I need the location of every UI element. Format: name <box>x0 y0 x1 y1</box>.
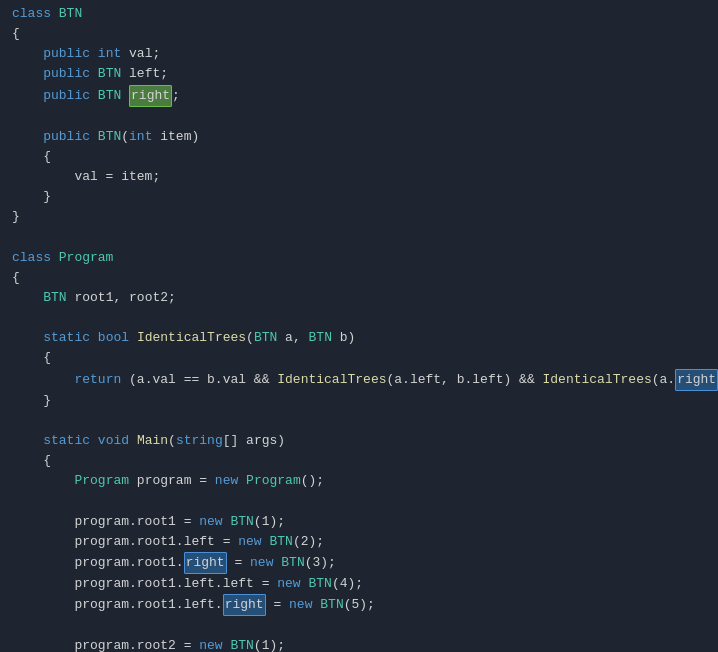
code-token: (a.left, b.left) && <box>386 370 542 390</box>
code-line <box>0 308 718 328</box>
code-token: val = item; <box>12 167 160 187</box>
code-token <box>90 431 98 451</box>
code-line: { <box>0 24 718 44</box>
code-line: return (a.val == b.val && IdenticalTrees… <box>0 369 718 391</box>
code-token: right <box>129 85 172 107</box>
code-line: { <box>0 268 718 288</box>
code-token <box>121 86 129 106</box>
code-token: string <box>176 431 223 451</box>
code-token: new <box>238 532 261 552</box>
code-token: IdenticalTrees <box>543 370 652 390</box>
code-token: (5); <box>344 595 375 615</box>
code-token: left; <box>121 64 168 84</box>
code-token: class <box>12 4 59 24</box>
code-token: BTN <box>308 574 331 594</box>
code-token: BTN <box>254 328 277 348</box>
code-token: { <box>12 147 51 167</box>
code-token: program.root1 = <box>12 512 199 532</box>
code-line <box>0 411 718 431</box>
code-line: program.root1.right = new BTN(3); <box>0 552 718 574</box>
code-token: int <box>129 127 152 147</box>
code-line: public BTN right; <box>0 85 718 107</box>
code-token <box>129 431 137 451</box>
code-token: right <box>223 594 266 616</box>
code-token <box>12 86 43 106</box>
code-token <box>273 553 281 573</box>
code-line: } <box>0 391 718 411</box>
code-token <box>12 431 43 451</box>
code-token: item) <box>152 127 199 147</box>
code-token: static <box>43 431 90 451</box>
code-token: public <box>43 127 90 147</box>
code-token: program = <box>129 471 215 491</box>
code-token: BTN <box>98 127 121 147</box>
code-token: Program <box>246 471 301 491</box>
code-token: BTN <box>98 64 121 84</box>
code-token: BTN <box>43 288 66 308</box>
code-line <box>0 228 718 248</box>
code-token <box>90 64 98 84</box>
code-token: new <box>199 512 222 532</box>
code-token: (1); <box>254 512 285 532</box>
code-token: program.root2 = <box>12 636 199 652</box>
code-line: public BTN left; <box>0 64 718 84</box>
code-token <box>12 471 74 491</box>
code-token <box>301 574 309 594</box>
code-line: class BTN <box>0 4 718 24</box>
code-token: root1, root2; <box>67 288 176 308</box>
code-line: { <box>0 348 718 368</box>
code-token: } <box>12 207 20 227</box>
code-line: { <box>0 451 718 471</box>
code-token <box>223 512 231 532</box>
code-token <box>262 532 270 552</box>
code-line: program.root1.left.left = new BTN(4); <box>0 574 718 594</box>
code-token: right <box>675 369 718 391</box>
code-token: return <box>74 370 121 390</box>
code-line <box>0 491 718 511</box>
code-line: val = item; <box>0 167 718 187</box>
code-token: new <box>215 471 238 491</box>
code-line: static void Main(string[] args) <box>0 431 718 451</box>
code-token: (1); <box>254 636 285 652</box>
code-token: (2); <box>293 532 324 552</box>
code-line: BTN root1, root2; <box>0 288 718 308</box>
code-token <box>223 636 231 652</box>
code-token <box>90 44 98 64</box>
code-token: void <box>98 431 129 451</box>
code-token <box>90 328 98 348</box>
code-line <box>0 616 718 636</box>
code-token: (a.val == b.val && <box>121 370 277 390</box>
code-token: { <box>12 268 20 288</box>
code-token <box>12 44 43 64</box>
code-token: program.root1.left = <box>12 532 238 552</box>
code-token <box>238 471 246 491</box>
code-line: program.root1.left.right = new BTN(5); <box>0 594 718 616</box>
code-token: (4); <box>332 574 363 594</box>
code-line: program.root2 = new BTN(1); <box>0 636 718 652</box>
code-token: Program <box>59 248 114 268</box>
code-token: public <box>43 86 90 106</box>
code-token: (); <box>301 471 324 491</box>
code-line: class Program <box>0 248 718 268</box>
code-token: BTN <box>98 86 121 106</box>
code-token: BTN <box>281 553 304 573</box>
code-token <box>129 328 137 348</box>
code-token: BTN <box>59 4 82 24</box>
code-token: BTN <box>230 512 253 532</box>
code-line: { <box>0 147 718 167</box>
code-line <box>0 107 718 127</box>
code-token: { <box>12 348 51 368</box>
code-token: ( <box>121 127 129 147</box>
code-token <box>312 595 320 615</box>
code-token: public <box>43 44 90 64</box>
code-token: new <box>289 595 312 615</box>
code-token: new <box>250 553 273 573</box>
code-token: BTN <box>269 532 292 552</box>
code-line: public int val; <box>0 44 718 64</box>
code-line: } <box>0 207 718 227</box>
code-line: program.root1 = new BTN(1); <box>0 512 718 532</box>
code-token <box>12 64 43 84</box>
code-token: new <box>199 636 222 652</box>
code-token: class <box>12 248 59 268</box>
code-token: (3); <box>305 553 336 573</box>
